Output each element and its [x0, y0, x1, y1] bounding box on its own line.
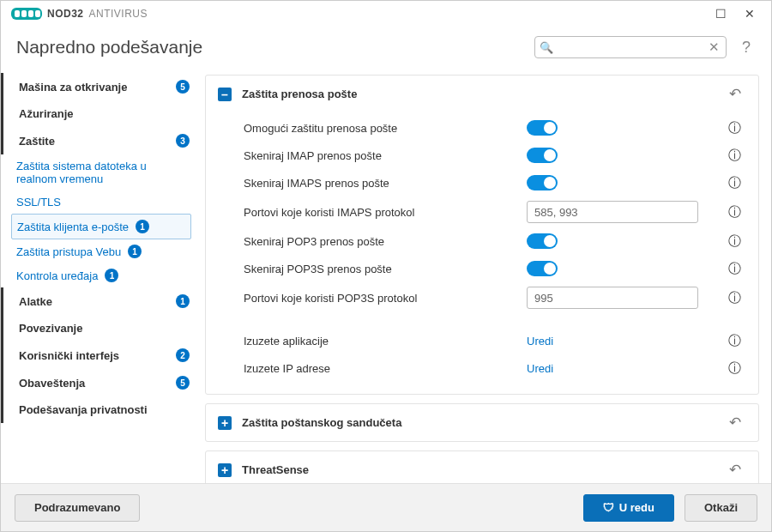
panel-title: Zaštita prenosa pošte [242, 88, 714, 100]
text-input[interactable] [527, 201, 698, 223]
revert-button[interactable]: ↶ [724, 413, 746, 432]
toggle-switch[interactable] [527, 261, 558, 276]
sidebar-item-badge: 2 [176, 348, 190, 362]
info-button[interactable]: ⓘ [723, 119, 746, 137]
setting-control [527, 233, 698, 249]
toggle-switch[interactable] [527, 148, 558, 163]
setting-label: Izuzete aplikacije [244, 335, 527, 348]
shield-icon: 🛡 [603, 501, 614, 514]
info-button[interactable]: ⓘ [723, 360, 746, 378]
setting-row-9: Izuzete IP adreseUrediⓘ [206, 354, 758, 382]
info-button[interactable]: ⓘ [723, 233, 746, 251]
edit-link[interactable]: Uredi [527, 335, 553, 348]
content: –Zaštita prenosa pošte↶Omogući zaštitu p… [202, 68, 771, 483]
setting-label: Portovi koje koristi IMAPS protokol [244, 206, 527, 219]
sidebar-item-12[interactable]: Podešavanja privatnosti [1, 396, 202, 423]
panel-header-1[interactable]: +Zaštita poštanskog sandučeta↶ [206, 404, 758, 441]
ok-button-label: U redu [619, 501, 654, 514]
info-button[interactable]: ⓘ [723, 147, 746, 165]
setting-control [527, 261, 698, 276]
toggle-switch[interactable] [527, 175, 558, 190]
setting-label: Portovi koje koristi POP3S protokol [244, 292, 527, 305]
sidebar-item-2[interactable]: Zaštite3 [1, 127, 202, 154]
sidebar-subitem-badge: 1 [105, 269, 118, 282]
info-button[interactable]: ⓘ [723, 203, 746, 221]
window-close-button[interactable]: ✕ [735, 4, 764, 23]
sidebar-item-label: Korisnički interfejs [19, 349, 169, 362]
sidebar-item-8[interactable]: Alatke1 [1, 287, 202, 315]
setting-control [527, 175, 698, 190]
body: Mašina za otkrivanje5AžuriranjeZaštite3Z… [1, 68, 771, 483]
info-button[interactable]: ⓘ [723, 260, 746, 278]
sidebar-subitem-label: Zaštita sistema datoteka u realnom vreme… [16, 160, 190, 185]
sidebar-item-badge: 1 [176, 294, 190, 308]
row-gap [206, 313, 758, 327]
sidebar-item-badge: 5 [176, 376, 190, 390]
panel-0: –Zaštita prenosa pošte↶Omogući zaštitu p… [205, 75, 759, 395]
sidebar-item-0[interactable]: Mašina za otkrivanje5 [1, 73, 202, 100]
sidebar-bar [1, 396, 3, 423]
setting-row-2: Skeniraj IMAPS prenos pošteⓘ [206, 169, 758, 196]
sidebar-item-11[interactable]: Obaveštenja5 [1, 369, 202, 396]
sidebar-subitem-4[interactable]: SSL/TLS [1, 190, 202, 214]
brand: NOD32 ANTIVIRUS [11, 8, 148, 20]
setting-row-0: Omogući zaštitu prenosa pošteⓘ [206, 114, 758, 142]
setting-control [527, 120, 698, 136]
sidebar-subitem-3[interactable]: Zaštita sistema datoteka u realnom vreme… [1, 154, 202, 190]
info-button[interactable]: ⓘ [723, 289, 746, 307]
revert-button[interactable]: ↶ [724, 460, 746, 480]
panel-title: Zaštita poštanskog sandučeta [242, 416, 714, 429]
header: Napredno podešavanje 🔍 ✕ ? [1, 27, 771, 68]
search-input[interactable] [534, 36, 727, 58]
sidebar-subitem-label: SSL/TLS [16, 196, 61, 209]
revert-button[interactable]: ↶ [724, 84, 746, 104]
info-button[interactable]: ⓘ [723, 174, 746, 192]
sidebar-item-badge: 5 [176, 80, 190, 94]
sidebar-subitem-badge: 1 [128, 245, 142, 258]
sidebar-subitem-badge: 1 [136, 220, 149, 233]
sidebar-subitem-5[interactable]: Zaštita klijenta e-pošte1 [11, 214, 191, 239]
toggle-switch[interactable] [527, 120, 558, 136]
panel-title: ThreatSense [242, 463, 714, 476]
sidebar-subitem-label: Zaštita pristupa Vebu [16, 245, 121, 258]
setting-control [527, 287, 698, 309]
info-button[interactable]: ⓘ [723, 332, 746, 350]
sidebar: Mašina za otkrivanje5AžuriranjeZaštite3Z… [1, 68, 202, 483]
setting-control: Uredi [527, 362, 698, 375]
setting-control [527, 201, 698, 223]
sidebar-item-label: Povezivanje [19, 322, 190, 335]
collapse-icon: – [218, 88, 232, 101]
setting-row-1: Skeniraj IMAP prenos pošteⓘ [206, 142, 758, 169]
sidebar-bar [1, 315, 3, 342]
sidebar-item-9[interactable]: Povezivanje [1, 315, 202, 342]
panel-header-2[interactable]: +ThreatSense↶ [206, 451, 758, 483]
footer: Podrazumevano 🛡 U redu Otkaži [1, 483, 771, 531]
sidebar-subitem-6[interactable]: Zaštita pristupa Vebu1 [1, 239, 202, 263]
expand-icon: + [218, 416, 232, 430]
setting-control [527, 148, 698, 163]
edit-link[interactable]: Uredi [527, 362, 553, 375]
panel-header-0[interactable]: –Zaštita prenosa pošte↶ [206, 76, 758, 112]
sidebar-bar [1, 127, 3, 154]
window-maximize-button[interactable]: ☐ [706, 4, 735, 23]
sidebar-item-label: Alatke [19, 295, 169, 308]
toggle-switch[interactable] [527, 233, 558, 249]
search-clear-button[interactable]: ✕ [705, 39, 723, 55]
setting-label: Omogući zaštitu prenosa pošte [244, 122, 527, 135]
default-button[interactable]: Podrazumevano [15, 494, 140, 522]
cancel-button[interactable]: Otkaži [685, 494, 757, 522]
sidebar-subitem-7[interactable]: Kontrola uređaja1 [1, 263, 202, 287]
sidebar-subitem-label: Zaštita klijenta e-pošte [17, 221, 129, 233]
sidebar-item-10[interactable]: Korisnički interfejs2 [1, 342, 202, 369]
setting-row-8: Izuzete aplikacijeUrediⓘ [206, 327, 758, 354]
ok-button[interactable]: 🛡 U redu [583, 494, 674, 522]
help-button[interactable]: ? [737, 38, 756, 57]
setting-row-6: Portovi koje koristi POP3S protokolⓘ [206, 282, 758, 313]
sidebar-item-1[interactable]: Ažuriranje [1, 100, 202, 127]
page-title: Napredno podešavanje [16, 37, 202, 57]
sidebar-bar [1, 287, 3, 315]
sidebar-bar [1, 73, 3, 100]
setting-row-4: Skeniraj POP3 prenos pošteⓘ [206, 227, 758, 255]
text-input[interactable] [527, 287, 698, 309]
brand-name-2: ANTIVIRUS [89, 8, 148, 20]
